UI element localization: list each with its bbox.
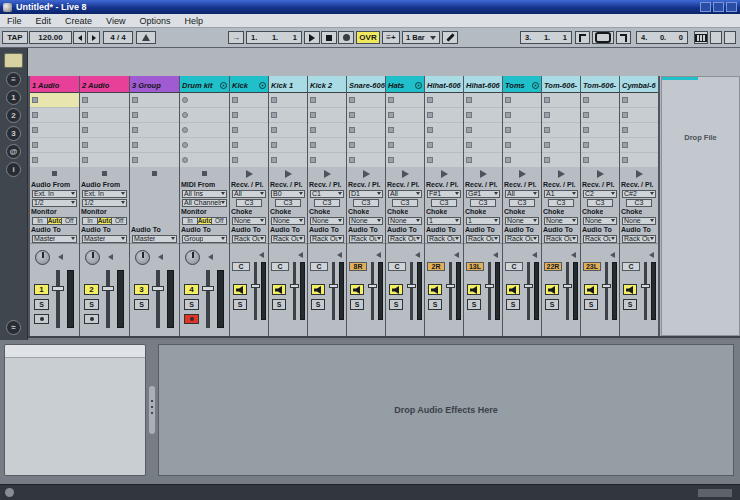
clip-slot[interactable] bbox=[425, 138, 463, 152]
clip-slot[interactable] bbox=[230, 138, 268, 152]
volume-fader-track[interactable] bbox=[488, 262, 491, 320]
clip-slot[interactable] bbox=[620, 123, 658, 137]
clip-slot[interactable] bbox=[386, 138, 424, 152]
stop-all-clips-button[interactable] bbox=[152, 171, 157, 176]
track-activator-button[interactable] bbox=[272, 284, 286, 295]
choke-chooser[interactable]: None bbox=[388, 217, 422, 225]
tap-tempo-button[interactable]: TAP bbox=[2, 31, 28, 44]
pan-value-display[interactable]: 13L bbox=[466, 262, 484, 271]
track-header[interactable]: Hats bbox=[386, 79, 424, 93]
clip-slot[interactable] bbox=[503, 138, 541, 152]
clip-slot[interactable] bbox=[464, 108, 502, 122]
output-chooser[interactable]: Rack Output bbox=[505, 235, 539, 243]
arm-button[interactable] bbox=[184, 314, 199, 324]
track-header[interactable]: Drum kit bbox=[180, 79, 229, 93]
volume-fader-handle[interactable] bbox=[524, 284, 533, 288]
choke-chooser[interactable]: None bbox=[271, 217, 305, 225]
clip-stop-button[interactable] bbox=[271, 127, 277, 133]
stop-all-clips-button[interactable] bbox=[480, 170, 487, 178]
choke-chooser[interactable]: None bbox=[622, 217, 656, 225]
loop-button[interactable] bbox=[592, 31, 614, 44]
clip-stop-button[interactable] bbox=[82, 97, 88, 103]
track-activator-button[interactable] bbox=[506, 284, 520, 295]
clip-stop-button[interactable] bbox=[427, 97, 433, 103]
pan-value-display[interactable]: C bbox=[310, 262, 328, 271]
choke-chooser[interactable]: None bbox=[349, 217, 383, 225]
quantization-chooser[interactable]: 1 Bar bbox=[402, 31, 440, 44]
clip-slot[interactable] bbox=[180, 93, 229, 107]
clip-slot[interactable] bbox=[542, 123, 580, 137]
volume-fader-track[interactable] bbox=[56, 270, 60, 328]
clip-stop-button[interactable] bbox=[622, 112, 628, 118]
track-activator-button[interactable] bbox=[545, 284, 559, 295]
clip-stop-button[interactable] bbox=[388, 157, 394, 163]
volume-fader-track[interactable] bbox=[371, 262, 374, 320]
pan-value-display[interactable]: 8R bbox=[349, 262, 367, 271]
clip-stop-button[interactable] bbox=[132, 142, 138, 148]
monitor-auto-button[interactable]: Auto bbox=[48, 218, 63, 224]
follow-button[interactable]: → bbox=[228, 31, 244, 44]
stop-all-clips-button[interactable] bbox=[202, 171, 207, 176]
clip-stop-button[interactable] bbox=[132, 127, 138, 133]
clip-stop-button[interactable] bbox=[544, 127, 550, 133]
input-type-chooser[interactable]: All Ins bbox=[182, 190, 227, 198]
pan-value-display[interactable]: C bbox=[622, 262, 640, 271]
clip-stop-button[interactable] bbox=[182, 97, 188, 103]
volume-fader-track[interactable] bbox=[605, 262, 608, 320]
clip-stop-button[interactable] bbox=[182, 157, 188, 163]
pan-value-display[interactable]: C bbox=[271, 262, 289, 271]
clip-slot[interactable] bbox=[308, 138, 346, 152]
clip-slot[interactable] bbox=[80, 153, 129, 167]
receive-note-chooser[interactable]: All bbox=[505, 190, 539, 198]
solo-button[interactable]: S bbox=[311, 299, 325, 310]
clip-slot[interactable] bbox=[503, 108, 541, 122]
volume-fader-track[interactable] bbox=[410, 262, 413, 320]
tempo-display[interactable]: 120.00 bbox=[29, 31, 72, 44]
info-browser-icon[interactable]: i bbox=[6, 162, 21, 177]
clip-slot[interactable] bbox=[425, 123, 463, 137]
track-activator-button[interactable] bbox=[311, 284, 325, 295]
clip-slot[interactable] bbox=[542, 93, 580, 107]
clip-slot[interactable] bbox=[542, 153, 580, 167]
clip-slot[interactable] bbox=[269, 93, 307, 107]
file-browser-1-icon[interactable]: 1 bbox=[6, 90, 21, 105]
minimize-button[interactable] bbox=[700, 2, 711, 12]
clip-stop-button[interactable] bbox=[271, 142, 277, 148]
pan-knob[interactable] bbox=[35, 250, 50, 265]
clip-stop-button[interactable] bbox=[132, 157, 138, 163]
clip-slot[interactable] bbox=[180, 108, 229, 122]
midi-map-button[interactable] bbox=[724, 31, 736, 44]
play-key-display[interactable]: C3 bbox=[470, 199, 496, 207]
clip-stop-button[interactable] bbox=[544, 142, 550, 148]
clip-stop-button[interactable] bbox=[182, 142, 188, 148]
clip-slot[interactable] bbox=[347, 153, 385, 167]
menu-file[interactable]: File bbox=[0, 16, 29, 26]
clip-stop-button[interactable] bbox=[388, 142, 394, 148]
menu-options[interactable]: Options bbox=[132, 16, 177, 26]
clip-slot[interactable] bbox=[308, 93, 346, 107]
solo-button[interactable]: S bbox=[350, 299, 364, 310]
clip-stop-button[interactable] bbox=[349, 112, 355, 118]
stop-all-clips-button[interactable] bbox=[441, 170, 448, 178]
stop-all-clips-button[interactable] bbox=[246, 170, 253, 178]
clip-stop-button[interactable] bbox=[622, 127, 628, 133]
clip-slot[interactable] bbox=[30, 93, 79, 107]
clip-stop-button[interactable] bbox=[427, 142, 433, 148]
clip-stop-button[interactable] bbox=[182, 127, 188, 133]
volume-fader-handle[interactable] bbox=[485, 284, 494, 288]
stop-all-clips-button[interactable] bbox=[363, 170, 370, 178]
clip-slot[interactable] bbox=[230, 108, 268, 122]
clip-slot[interactable] bbox=[581, 108, 619, 122]
clip-slot[interactable] bbox=[347, 93, 385, 107]
clip-slot[interactable] bbox=[581, 153, 619, 167]
clip-stop-button[interactable] bbox=[583, 142, 589, 148]
track-activator-button[interactable] bbox=[467, 284, 481, 295]
stop-all-clips-button[interactable] bbox=[52, 171, 57, 176]
play-button[interactable] bbox=[304, 31, 320, 44]
file-drop-zone[interactable]: Drop File bbox=[661, 76, 740, 336]
play-key-display[interactable]: C3 bbox=[548, 199, 574, 207]
clip-slot[interactable] bbox=[425, 153, 463, 167]
monitor-in-button[interactable]: In bbox=[183, 218, 198, 224]
clip-stop-button[interactable] bbox=[32, 127, 38, 133]
choke-chooser[interactable]: None bbox=[505, 217, 539, 225]
